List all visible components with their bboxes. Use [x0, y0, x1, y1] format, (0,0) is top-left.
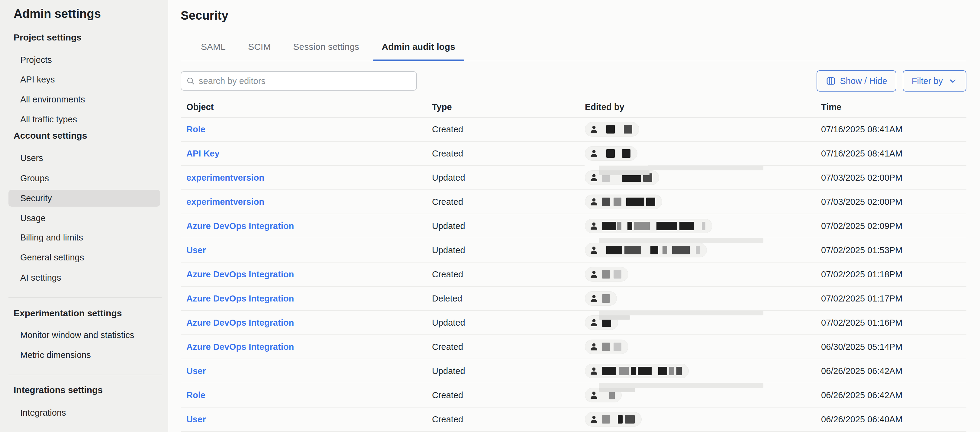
redacted-name-bar — [609, 391, 615, 399]
editor-redacted-pill — [585, 146, 638, 161]
person-icon — [589, 148, 599, 159]
object-link[interactable]: API Key — [186, 149, 220, 158]
table-row: User Updated 07/02/2025 01:53PM — [181, 238, 966, 262]
edited-by-cell — [585, 412, 821, 427]
table-row: Azure DevOps Integration Updated 07/02/2… — [181, 311, 966, 335]
edited-by-cell — [585, 122, 821, 137]
redacted-name-bar — [651, 246, 658, 254]
object-link[interactable]: Role — [186, 390, 205, 400]
sidebar-section-project-settings: Project settings — [14, 32, 81, 43]
search-input[interactable] — [181, 71, 417, 91]
sidebar-section-integrations-settings: Integrations settings — [14, 385, 103, 395]
redacted-name-bar — [606, 149, 615, 158]
table-row: Azure DevOps Integration Created 06/30/2… — [181, 335, 966, 359]
edited-by-cell — [585, 243, 821, 257]
sidebar-item-security[interactable]: Security — [8, 190, 160, 206]
object-link[interactable]: User — [186, 415, 206, 424]
redaction-block — [599, 311, 764, 315]
table-row: experimentversion Created 07/03/2025 02:… — [181, 190, 966, 214]
sidebar-divider — [8, 375, 162, 375]
object-link[interactable]: Azure DevOps Integration — [186, 294, 294, 303]
editor-redacted-pill — [585, 364, 689, 378]
sidebar-item-ai-settings[interactable]: AI settings — [20, 272, 61, 283]
person-icon — [589, 318, 599, 328]
editor-redacted-pill — [585, 340, 628, 354]
redacted-name-bar — [696, 246, 700, 254]
person-icon — [589, 245, 599, 255]
object-link[interactable]: Azure DevOps Integration — [186, 221, 294, 231]
toolbar: Show / Hide Filter by — [181, 70, 966, 92]
redacted-name-bar — [602, 318, 611, 327]
audit-log-table: Object Type Edited by Time Role Created … — [181, 97, 966, 432]
object-link[interactable]: Azure DevOps Integration — [186, 270, 294, 279]
sidebar: Admin settings Project settings Projects… — [0, 0, 168, 432]
sidebar-section-account-settings: Account settings — [14, 130, 87, 141]
redacted-name-bar — [676, 367, 682, 375]
object-link[interactable]: Azure DevOps Integration — [186, 318, 294, 327]
time-cell: 07/02/2025 02:09PM — [821, 221, 966, 231]
edited-by-cell — [585, 267, 821, 281]
search-icon — [186, 76, 195, 86]
redacted-name-bar — [602, 198, 610, 206]
person-icon — [589, 293, 599, 303]
table-row: Azure DevOps Integration Updated 07/02/2… — [181, 214, 966, 238]
sidebar-item-groups[interactable]: Groups — [20, 173, 49, 184]
redacted-name-bar — [619, 367, 628, 375]
time-cell: 07/02/2025 01:17PM — [821, 294, 966, 303]
object-link[interactable]: Role — [186, 124, 205, 134]
editor-redacted-pill — [585, 122, 639, 137]
tab-admin-audit-logs[interactable]: Admin audit logs — [373, 40, 465, 61]
sidebar-item-usage[interactable]: Usage — [20, 213, 46, 224]
time-cell: 07/02/2025 01:53PM — [821, 245, 966, 255]
redacted-name-bar — [662, 246, 667, 254]
person-icon — [589, 221, 599, 231]
sidebar-item-monitor-window-and-statistics[interactable]: Monitor window and statistics — [20, 330, 134, 340]
editor-redacted-pill — [585, 291, 617, 306]
sidebar-item-general-settings[interactable]: General settings — [20, 252, 84, 263]
object-link[interactable]: experimentversion — [186, 173, 264, 183]
page-title: Security — [181, 8, 966, 22]
main-content: Security SAML SCIM Session settings Admi… — [168, 0, 980, 432]
redacted-name-bar — [602, 415, 610, 424]
object-link[interactable]: experimentversion — [186, 197, 264, 206]
redacted-name-bar — [602, 367, 616, 375]
sidebar-divider — [8, 297, 162, 297]
redacted-name-bar — [658, 367, 667, 375]
sidebar-item-all-environments[interactable]: All environments — [20, 94, 85, 105]
edited-by-cell — [585, 219, 821, 233]
redaction-block — [599, 170, 649, 175]
tab-scim[interactable]: SCIM — [239, 40, 280, 61]
column-header-object: Object — [186, 102, 432, 112]
sidebar-title: Admin settings — [14, 6, 101, 21]
object-link[interactable]: User — [186, 366, 206, 376]
sidebar-item-integrations[interactable]: Integrations — [20, 407, 66, 418]
redacted-name-bar — [638, 367, 652, 375]
show-hide-label: Show / Hide — [840, 76, 887, 86]
chevron-down-icon — [948, 76, 957, 86]
filter-by-button[interactable]: Filter by — [903, 70, 966, 92]
show-hide-button[interactable]: Show / Hide — [816, 70, 896, 92]
sidebar-item-metric-dimensions[interactable]: Metric dimensions — [20, 349, 91, 361]
sidebar-item-all-traffic-types[interactable]: All traffic types — [20, 114, 77, 125]
tab-bar: SAML SCIM Session settings Admin audit l… — [181, 40, 966, 61]
tab-saml[interactable]: SAML — [192, 40, 235, 61]
sidebar-item-projects[interactable]: Projects — [20, 54, 52, 65]
object-link[interactable]: User — [186, 245, 206, 255]
table-row: User Updated 06/26/2025 06:42AM — [181, 359, 966, 383]
redacted-name-bar — [625, 415, 635, 424]
object-link[interactable]: Azure DevOps Integration — [186, 342, 294, 352]
sidebar-item-billing-and-limits[interactable]: Billing and limits — [20, 232, 83, 243]
tab-session-settings[interactable]: Session settings — [284, 40, 368, 61]
redacted-name-bar — [622, 149, 630, 158]
filter-by-label: Filter by — [912, 76, 943, 86]
person-icon — [589, 341, 599, 352]
redacted-name-bar — [679, 222, 694, 230]
type-cell: Updated — [432, 366, 585, 376]
type-cell: Created — [432, 197, 585, 207]
sidebar-item-users[interactable]: Users — [20, 152, 43, 164]
columns-icon — [826, 76, 836, 86]
redacted-name-bar — [624, 125, 632, 133]
person-icon — [589, 124, 599, 135]
sidebar-item-api-keys[interactable]: API keys — [20, 74, 55, 85]
redacted-name-bar — [657, 222, 677, 230]
